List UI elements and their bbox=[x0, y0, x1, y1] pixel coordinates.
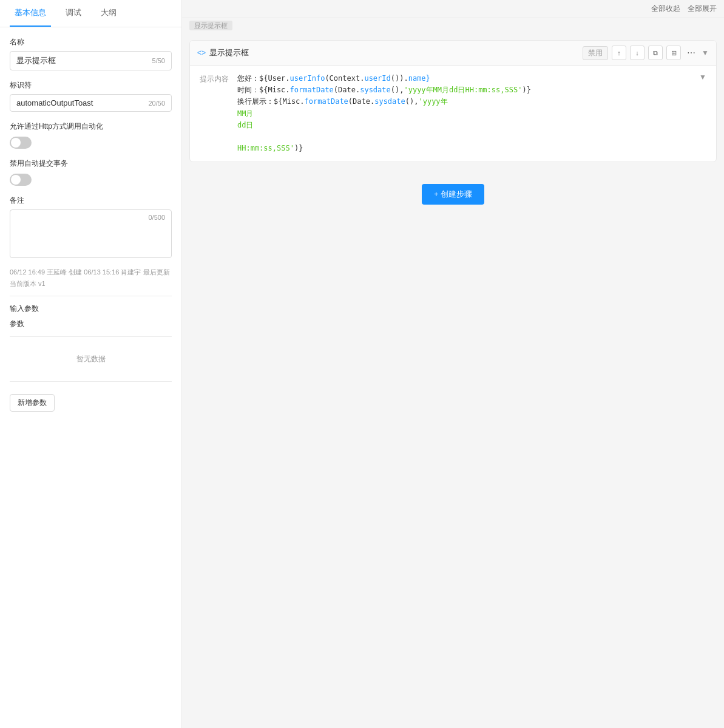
code-part: 'yyyy年MM月dd日HH:mm:ss,SSS' bbox=[404, 86, 522, 94]
http-toggle[interactable] bbox=[10, 137, 32, 149]
code-part: )} bbox=[294, 144, 303, 152]
breadcrumb: 显示提示框 bbox=[189, 21, 232, 30]
params-title: 参数 bbox=[10, 319, 24, 329]
code-line-2: 时间：${Misc.formatDate(Date.sysdate(),'yyy… bbox=[237, 84, 692, 96]
code-part: (Date. bbox=[348, 97, 374, 106]
code-part: 'yyyy年 bbox=[418, 97, 447, 106]
code-area: 您好：${User.userInfo(Context.userId()).nam… bbox=[237, 73, 692, 154]
more-options-btn[interactable]: ⋯ bbox=[685, 47, 698, 59]
code-line-6 bbox=[237, 131, 692, 143]
http-toggle-wrapper bbox=[10, 137, 172, 149]
code-line-5: dd日 bbox=[237, 120, 692, 131]
id-counter: 20/50 bbox=[148, 100, 165, 107]
id-label: 标识符 bbox=[10, 80, 172, 90]
expand-all-btn[interactable]: 全部展开 bbox=[688, 4, 717, 14]
params-divider bbox=[10, 336, 172, 337]
content-row: 提示内容 您好：${User.userInfo(Context.userId()… bbox=[200, 73, 706, 154]
name-input[interactable]: 显示提示框 5/50 bbox=[10, 51, 172, 70]
code-part: sysdate bbox=[374, 97, 405, 106]
step-card-header: <> 显示提示框 禁用 ↑ ↓ ⧉ ⊞ ⋯ ▼ bbox=[190, 41, 716, 66]
meta-created: 06/12 16:49 王延峰 创建 06/13 15:16 肖建宇 最后更新 bbox=[10, 268, 172, 277]
collapse-all-btn[interactable]: 全部收起 bbox=[651, 4, 680, 14]
add-param-button[interactable]: 新增参数 bbox=[10, 394, 55, 412]
step-card-body: 提示内容 您好：${User.userInfo(Context.userId()… bbox=[190, 66, 716, 162]
code-part: name} bbox=[408, 74, 430, 83]
code-line-1: 您好：${User.userInfo(Context.userId()).nam… bbox=[237, 73, 692, 84]
meta-version: 当前版本 v1 bbox=[10, 279, 172, 288]
code-part: ()). bbox=[391, 74, 408, 83]
notes-section: 备注 0/500 bbox=[10, 196, 172, 258]
autosubmit-section: 禁用自动提交事务 bbox=[10, 158, 172, 186]
code-part: formatDate bbox=[305, 97, 348, 106]
step-actions: 禁用 ↑ ↓ ⧉ ⊞ ⋯ ▼ bbox=[583, 46, 709, 60]
code-part: userId bbox=[364, 74, 390, 83]
expand-btn[interactable]: ▼ bbox=[702, 49, 709, 57]
name-value: 显示提示框 bbox=[16, 55, 56, 66]
left-panel: 基本信息 调试 大纲 名称 显示提示框 5/50 标识符 automaticOu… bbox=[0, 0, 182, 728]
input-params-label: 输入参数 bbox=[10, 304, 172, 314]
code-part: sysdate bbox=[360, 86, 391, 94]
copy-icon-btn[interactable]: ⧉ bbox=[648, 46, 663, 60]
code-part: (Context. bbox=[325, 74, 364, 83]
code-part: ${User. bbox=[259, 74, 290, 83]
notes-label: 备注 bbox=[10, 196, 172, 206]
tab-basic[interactable]: 基本信息 bbox=[10, 0, 51, 27]
code-part: formatDate bbox=[290, 86, 334, 94]
right-panel: 全部收起 全部展开 显示提示框 <> 显示提示框 禁用 ↑ ↓ ⧉ ⊞ ⋯ ▼ bbox=[182, 0, 724, 728]
code-part: ${Misc. bbox=[259, 86, 290, 94]
code-part: (Date. bbox=[334, 86, 360, 94]
params-header: 参数 bbox=[10, 319, 172, 329]
empty-data: 暂无数据 bbox=[10, 344, 172, 374]
right-content: <> 显示提示框 禁用 ↑ ↓ ⧉ ⊞ ⋯ ▼ 提示内容 bbox=[182, 33, 724, 728]
step-card: <> 显示提示框 禁用 ↑ ↓ ⧉ ⊞ ⋯ ▼ 提示内容 bbox=[189, 40, 717, 162]
name-label: 名称 bbox=[10, 37, 172, 47]
tabs-header: 基本信息 调试 大纲 bbox=[0, 0, 181, 27]
notes-counter: 0/500 bbox=[16, 214, 165, 221]
code-part: 时间： bbox=[237, 86, 259, 94]
paste-icon-btn[interactable]: ⊞ bbox=[666, 46, 681, 60]
code-part: 您好： bbox=[237, 74, 259, 83]
params-section: 输入参数 参数 暂无数据 新增参数 bbox=[10, 304, 172, 412]
code-icon: <> bbox=[197, 49, 206, 57]
left-content: 名称 显示提示框 5/50 标识符 automaticOutputToast 2… bbox=[0, 27, 181, 728]
right-header: 全部收起 全部展开 bbox=[182, 0, 724, 18]
code-part: userInfo bbox=[290, 74, 325, 83]
divider bbox=[10, 296, 172, 296]
params-divider2 bbox=[10, 381, 172, 382]
content-label: 提示内容 bbox=[200, 73, 230, 84]
id-value: automaticOutputToast bbox=[16, 98, 93, 107]
autosubmit-label: 禁用自动提交事务 bbox=[10, 158, 172, 169]
disable-button[interactable]: 禁用 bbox=[583, 46, 608, 60]
http-label: 允许通过Http方式调用自动化 bbox=[10, 121, 172, 132]
code-part: HH:mm:ss,SSS' bbox=[237, 144, 294, 152]
create-step-button[interactable]: + 创建步骤 bbox=[422, 184, 484, 205]
step-title: 显示提示框 bbox=[209, 47, 583, 58]
code-part: ${Misc. bbox=[274, 97, 305, 106]
name-section: 名称 显示提示框 5/50 bbox=[10, 37, 172, 70]
autosubmit-toggle-wrapper bbox=[10, 174, 172, 186]
code-part: dd日 bbox=[237, 121, 253, 129]
code-line-7: HH:mm:ss,SSS')} bbox=[237, 143, 692, 154]
name-counter: 5/50 bbox=[152, 57, 165, 64]
tab-debug[interactable]: 调试 bbox=[61, 0, 86, 27]
code-line-4: MM月 bbox=[237, 108, 692, 120]
code-line-3: 换行展示：${Misc.formatDate(Date.sysdate(),'y… bbox=[237, 96, 692, 107]
id-input[interactable]: automaticOutputToast 20/50 bbox=[10, 94, 172, 112]
id-section: 标识符 automaticOutputToast 20/50 bbox=[10, 80, 172, 112]
notes-textarea[interactable]: 0/500 bbox=[10, 209, 172, 258]
tab-outline[interactable]: 大纲 bbox=[96, 0, 121, 27]
autosubmit-toggle[interactable] bbox=[10, 174, 32, 186]
download-icon-btn[interactable]: ↓ bbox=[630, 46, 644, 60]
content-expand-btn[interactable]: ▼ bbox=[699, 73, 706, 81]
code-part: MM月 bbox=[237, 109, 253, 118]
upload-icon-btn[interactable]: ↑ bbox=[612, 46, 626, 60]
code-part: (), bbox=[405, 97, 419, 106]
http-section: 允许通过Http方式调用自动化 bbox=[10, 121, 172, 149]
code-part: 换行展示： bbox=[237, 97, 274, 106]
code-part: (), bbox=[391, 86, 404, 94]
code-part: )} bbox=[522, 86, 530, 94]
